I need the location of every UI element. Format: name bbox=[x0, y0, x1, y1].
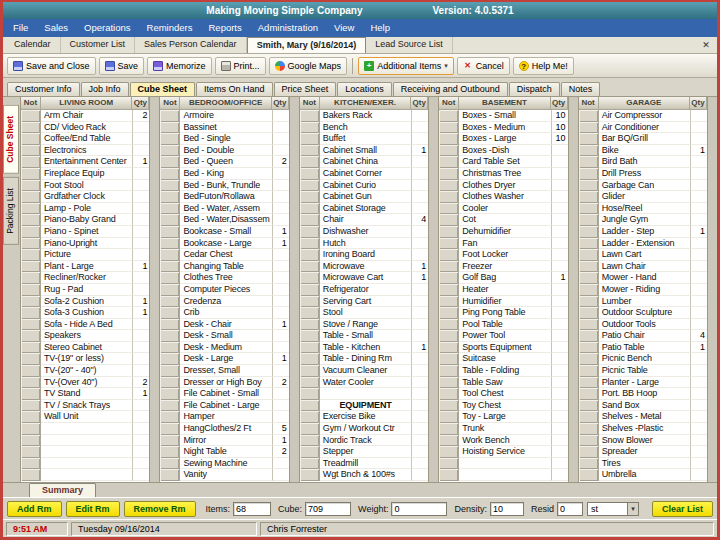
item-qty[interactable]: 1 bbox=[690, 226, 707, 238]
menu-item-help[interactable]: Help bbox=[362, 19, 398, 37]
item-name[interactable]: Refrigerator bbox=[320, 284, 411, 296]
item-qty[interactable] bbox=[551, 261, 568, 273]
item-name[interactable]: Tool Chest bbox=[459, 388, 550, 400]
not-cell[interactable] bbox=[439, 365, 459, 377]
tab-notes[interactable]: Notes bbox=[561, 82, 601, 96]
item-name[interactable]: Credenza bbox=[180, 296, 271, 308]
menu-item-sales[interactable]: Sales bbox=[36, 19, 76, 37]
item-name[interactable]: Buffet bbox=[320, 133, 411, 145]
not-cell[interactable] bbox=[439, 353, 459, 365]
not-cell[interactable] bbox=[579, 284, 599, 296]
not-cell[interactable] bbox=[21, 226, 41, 238]
item-name[interactable]: Lawn Chair bbox=[599, 261, 690, 273]
not-cell[interactable] bbox=[160, 238, 180, 250]
tab-receiving-and-outbound[interactable]: Receiving and Outbound bbox=[393, 82, 508, 96]
item-name[interactable]: Ladder - Step bbox=[599, 226, 690, 238]
item-qty[interactable] bbox=[272, 191, 289, 203]
not-cell[interactable] bbox=[21, 330, 41, 342]
item-name[interactable]: Piano - Spinet bbox=[41, 226, 132, 238]
item-name[interactable]: Suitcase bbox=[459, 353, 550, 365]
item-qty[interactable] bbox=[132, 353, 149, 365]
item-name[interactable]: Table - Small bbox=[320, 330, 411, 342]
item-name[interactable]: Microwave bbox=[320, 261, 411, 273]
item-name[interactable]: TV-(Over 40") bbox=[41, 377, 132, 389]
item-name[interactable]: Table Saw bbox=[459, 377, 550, 389]
item-name[interactable]: Desk - Chair bbox=[180, 319, 271, 331]
item-name[interactable]: BedFuton/Rollawa bbox=[180, 191, 271, 203]
field-input-cube[interactable]: 709 bbox=[305, 502, 351, 516]
not-cell[interactable] bbox=[160, 446, 180, 458]
item-name[interactable]: Bed - King bbox=[180, 168, 271, 180]
not-cell[interactable] bbox=[300, 133, 320, 145]
item-name[interactable]: Cabinet Storage bbox=[320, 203, 411, 215]
item-name[interactable]: Gym / Workout Ctr bbox=[320, 423, 411, 435]
not-cell[interactable] bbox=[579, 458, 599, 470]
item-qty[interactable]: 4 bbox=[411, 214, 428, 226]
not-cell[interactable] bbox=[300, 145, 320, 157]
item-qty[interactable] bbox=[551, 203, 568, 215]
item-qty[interactable]: 1 bbox=[411, 272, 428, 284]
not-cell[interactable] bbox=[439, 446, 459, 458]
item-name[interactable]: Power Tool bbox=[459, 330, 550, 342]
item-name[interactable]: Arm Chair bbox=[41, 110, 132, 122]
item-qty[interactable] bbox=[690, 249, 707, 261]
tab-summary[interactable]: Summary bbox=[29, 483, 96, 497]
item-name[interactable]: Table - Dining Rm bbox=[320, 353, 411, 365]
item-name[interactable]: Outdoor Sculpture bbox=[599, 307, 690, 319]
not-cell[interactable] bbox=[21, 307, 41, 319]
item-qty[interactable] bbox=[551, 296, 568, 308]
not-cell[interactable] bbox=[160, 423, 180, 435]
item-qty[interactable] bbox=[132, 145, 149, 157]
item-name[interactable]: Stove / Range bbox=[320, 319, 411, 331]
item-name[interactable]: Piano-Baby Grand bbox=[41, 214, 132, 226]
item-name[interactable]: Cabinet China bbox=[320, 156, 411, 168]
not-cell[interactable] bbox=[579, 296, 599, 308]
item-qty[interactable] bbox=[551, 388, 568, 400]
item-name[interactable]: Speakers bbox=[41, 330, 132, 342]
item-qty[interactable] bbox=[132, 191, 149, 203]
item-qty[interactable] bbox=[690, 319, 707, 331]
not-cell[interactable] bbox=[439, 411, 459, 423]
not-cell[interactable] bbox=[439, 156, 459, 168]
not-cell[interactable] bbox=[300, 469, 320, 481]
not-cell[interactable] bbox=[579, 388, 599, 400]
item-name[interactable]: Grdfather Clock bbox=[41, 191, 132, 203]
item-name[interactable]: Bed - Water,Disassem bbox=[180, 214, 271, 226]
not-cell[interactable] bbox=[439, 296, 459, 308]
not-cell[interactable] bbox=[579, 156, 599, 168]
item-name[interactable]: Electronics bbox=[41, 145, 132, 157]
item-name[interactable]: Cabinet Curio bbox=[320, 180, 411, 192]
item-name[interactable]: Jungle Gym bbox=[599, 214, 690, 226]
item-qty[interactable] bbox=[411, 377, 428, 389]
item-name[interactable]: Cabinet Gun bbox=[320, 191, 411, 203]
item-qty[interactable]: 1 bbox=[690, 342, 707, 354]
item-name[interactable]: Stool bbox=[320, 307, 411, 319]
item-qty[interactable] bbox=[551, 191, 568, 203]
item-name[interactable]: Treadmill bbox=[320, 458, 411, 470]
item-qty[interactable]: 2 bbox=[272, 377, 289, 389]
not-cell[interactable] bbox=[160, 226, 180, 238]
item-qty[interactable] bbox=[690, 261, 707, 273]
item-name[interactable]: Clothes Tree bbox=[180, 272, 271, 284]
item-name[interactable]: Nordic Track bbox=[320, 435, 411, 447]
not-cell[interactable] bbox=[300, 122, 320, 134]
item-name[interactable]: Cabinet Small bbox=[320, 145, 411, 157]
not-cell[interactable] bbox=[21, 388, 41, 400]
item-qty[interactable] bbox=[272, 400, 289, 412]
item-name[interactable]: Armoire bbox=[180, 110, 271, 122]
item-qty[interactable] bbox=[411, 133, 428, 145]
item-qty[interactable]: 1 bbox=[272, 435, 289, 447]
item-name[interactable]: Cot bbox=[459, 214, 550, 226]
item-qty[interactable] bbox=[690, 469, 707, 481]
item-qty[interactable]: 1 bbox=[272, 238, 289, 250]
not-cell[interactable] bbox=[21, 261, 41, 273]
item-qty[interactable] bbox=[551, 365, 568, 377]
item-name[interactable]: Bed - Water, Assem bbox=[180, 203, 271, 215]
item-name[interactable]: Computer Pieces bbox=[180, 284, 271, 296]
menu-item-reminders[interactable]: Reminders bbox=[139, 19, 201, 37]
item-qty[interactable] bbox=[411, 191, 428, 203]
item-name[interactable]: TV-(19" or less) bbox=[41, 353, 132, 365]
item-name[interactable]: TV-(20" - 40") bbox=[41, 365, 132, 377]
not-cell[interactable] bbox=[160, 388, 180, 400]
not-cell[interactable] bbox=[300, 365, 320, 377]
